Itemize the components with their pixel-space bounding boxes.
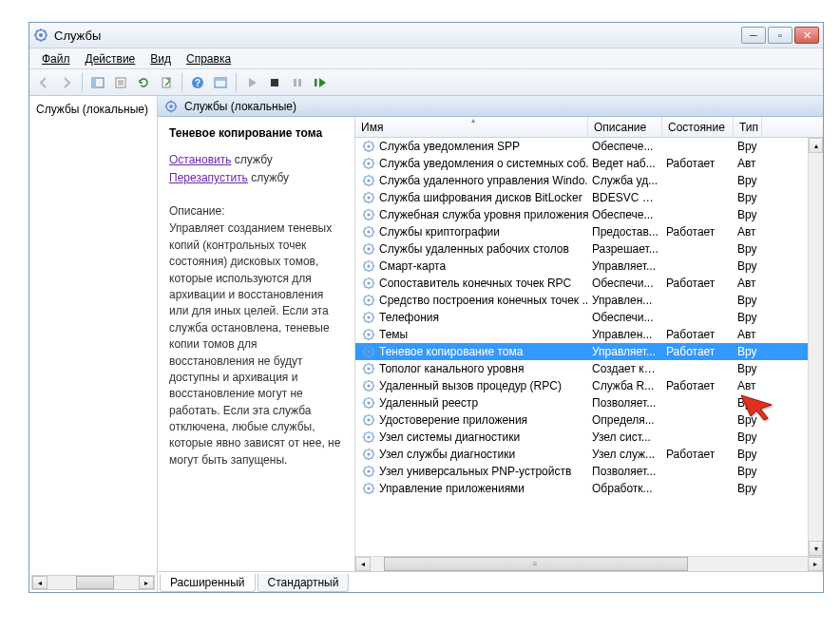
service-row[interactable]: Служба удаленного управления Windo...Слу… [355, 172, 823, 189]
gear-icon [361, 224, 376, 239]
service-row[interactable]: Теневое копирование томаУправляет...Рабо… [355, 343, 823, 360]
service-row[interactable]: Служба уведомления о системных соб...Вед… [355, 155, 823, 172]
titlebar[interactable]: Службы ─ ▫ ✕ [29, 23, 823, 48]
service-type: Вру [734, 191, 762, 204]
help-button[interactable]: ? [187, 72, 208, 93]
scroll-down-icon[interactable]: ▾ [809, 541, 823, 556]
menu-file[interactable]: Файл [35, 50, 77, 67]
service-row[interactable]: Удостоверение приложенияОпределя...Вру [355, 411, 823, 429]
svg-point-34 [367, 264, 370, 267]
tab-extended[interactable]: Расширенный [160, 574, 256, 592]
gear-icon [361, 378, 376, 393]
svg-point-40 [367, 316, 370, 318]
service-row[interactable]: ТемыУправлен...РаботаетАвт [355, 326, 823, 343]
stop-service-button[interactable] [264, 72, 285, 93]
scroll-left-icon[interactable]: ◂ [355, 557, 371, 571]
service-name: Средство построения конечных точек ... [379, 294, 588, 307]
service-row[interactable]: Управление приложениямиОбработк...Вру [355, 480, 823, 497]
scroll-thumb[interactable]: ≡ [384, 557, 688, 571]
svg-rect-3 [92, 78, 96, 87]
service-type: Авт [734, 277, 762, 290]
tree-hscrollbar[interactable]: ◂ ▸ [31, 575, 155, 590]
svg-point-60 [367, 487, 370, 489]
close-button[interactable]: ✕ [794, 27, 819, 44]
show-hide-tree-button[interactable] [87, 72, 108, 93]
service-row[interactable]: Узел системы диагностикиУзел сист...Вру [355, 429, 823, 446]
content-header: Службы (локальные) [158, 96, 823, 117]
service-row[interactable]: Служба шифрования дисков BitLockerBDESVC… [355, 189, 823, 206]
service-desc: Ведет наб... [588, 157, 662, 170]
gear-icon [361, 139, 376, 154]
column-header-name[interactable]: Имя [355, 117, 588, 137]
gear-icon [361, 310, 376, 325]
service-row[interactable]: Удаленный реестрПозволяет...Вру [355, 394, 823, 411]
service-desc: Управлен... [588, 294, 662, 307]
service-row[interactable]: Узел универсальных PNP-устройствПозволяе… [355, 463, 823, 480]
service-row[interactable]: Служба уведомления SPPОбеспече...Вру [355, 138, 823, 155]
service-desc: Узел служ... [588, 448, 662, 461]
service-row[interactable]: Службы удаленных рабочих столовРазрешает… [355, 240, 823, 258]
service-row[interactable]: Удаленный вызов процедур (RPC)Служба R..… [355, 377, 823, 394]
service-desc: Разрешает... [588, 242, 662, 256]
column-header-type[interactable]: Тип [734, 117, 762, 137]
list-vscrollbar[interactable]: ▴ ▾ [808, 138, 823, 556]
minimize-button[interactable]: ─ [741, 27, 766, 44]
services-list: Имя Описание Состояние Тип Служба уведом… [354, 117, 823, 571]
gear-icon [361, 447, 376, 462]
column-header-description[interactable]: Описание [588, 117, 662, 137]
service-type: Вру [734, 242, 762, 256]
gear-icon [361, 395, 376, 411]
content-header-title: Службы (локальные) [184, 100, 296, 113]
start-service-button[interactable] [241, 72, 262, 93]
refresh-button[interactable] [133, 72, 154, 93]
menu-view[interactable]: Вид [143, 50, 178, 67]
service-row[interactable]: Узел службы диагностикиУзел служ...Работ… [355, 446, 823, 463]
pause-service-button[interactable] [287, 72, 308, 93]
service-type: Вру [734, 465, 762, 478]
service-row[interactable]: Средство построения конечных точек ...Уп… [355, 292, 823, 309]
stop-service-link[interactable]: Остановить [169, 153, 232, 166]
menubar: Файл Действие Вид Справка [29, 48, 823, 69]
list-hscrollbar[interactable]: ◂ ≡ ▸ [355, 556, 823, 571]
service-name: Служба уведомления SPP [379, 140, 520, 153]
column-header-state[interactable]: Состояние [662, 117, 734, 137]
restart-service-button[interactable] [310, 72, 331, 93]
service-desc: Управляет... [588, 345, 662, 358]
svg-text:?: ? [195, 78, 200, 88]
back-button[interactable] [33, 72, 54, 93]
forward-button[interactable] [56, 72, 77, 93]
services-window: Службы ─ ▫ ✕ Файл Действие Вид Справка ?… [29, 22, 824, 593]
service-desc: Обеспечи... [588, 311, 662, 324]
scroll-left-icon[interactable]: ◂ [32, 576, 48, 589]
scroll-up-icon[interactable]: ▴ [809, 138, 823, 153]
services-icon [33, 28, 48, 43]
service-row[interactable]: Смарт-картаУправляет...Вру [355, 258, 823, 275]
service-type: Вру [734, 448, 762, 461]
help2-button[interactable] [210, 72, 231, 93]
scroll-thumb[interactable] [76, 576, 114, 589]
service-row[interactable]: Сопоставитель конечных точек RPCОбеспечи… [355, 275, 823, 292]
gear-icon [361, 481, 376, 496]
svg-point-22 [367, 162, 370, 164]
properties-button[interactable] [110, 72, 131, 93]
export-button[interactable] [156, 72, 177, 93]
service-row[interactable]: Тополог канального уровняСоздает ка...Вр… [355, 360, 823, 377]
scroll-right-icon[interactable]: ▸ [139, 576, 154, 589]
service-row[interactable]: ТелефонияОбеспечи...Вру [355, 309, 823, 326]
gear-icon [361, 156, 376, 171]
menu-help[interactable]: Справка [180, 50, 238, 67]
service-row[interactable]: Службы криптографииПредостав...РаботаетА… [355, 223, 823, 240]
svg-point-44 [367, 350, 370, 353]
service-row[interactable]: Служебная служба уровня приложенияОбеспе… [355, 206, 823, 223]
service-desc: Позволяет... [588, 465, 662, 478]
tree-root-services[interactable]: Службы (локальные) [31, 100, 155, 119]
svg-point-56 [367, 452, 370, 455]
scroll-right-icon[interactable]: ▸ [808, 557, 823, 571]
menu-action[interactable]: Действие [79, 50, 143, 67]
tab-standard[interactable]: Стандартный [258, 574, 350, 592]
content-pane: Службы (локальные) Теневое копирование т… [158, 96, 823, 592]
restart-service-link[interactable]: Перезапустить [169, 171, 248, 184]
maximize-button[interactable]: ▫ [768, 27, 792, 44]
service-type: Вру [734, 482, 762, 495]
service-type: Вру [734, 430, 762, 444]
